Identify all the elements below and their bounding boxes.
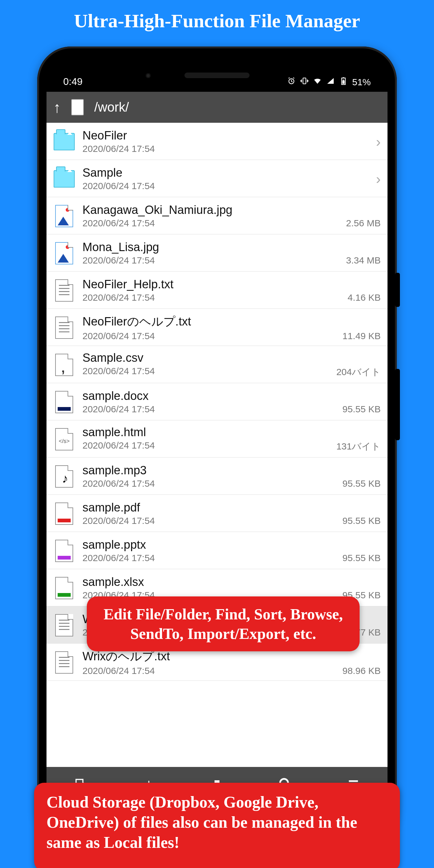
csv-file-icon: , (55, 354, 73, 376)
promo-overlay-mid: Edit File/Folder, Find, Sort, Browse, Se… (87, 596, 360, 651)
chevron-right-icon: › (376, 133, 381, 150)
file-name: sample.xlsx (83, 576, 381, 589)
file-date: 2020/06/24 17:54 (83, 292, 155, 303)
file-date: 2020/06/24 17:54 (83, 553, 155, 563)
file-date: 2020/06/24 17:54 (83, 218, 155, 228)
file-size: 204バイト (336, 366, 381, 378)
file-date: 2020/06/24 17:54 (83, 478, 155, 489)
folder-row[interactable]: Sample2020/06/24 17:54› (46, 160, 388, 197)
file-name: Kanagawa_Oki_Namiura.jpg (83, 204, 381, 217)
file-name: Sample (83, 166, 370, 180)
path-bar: ↑ /work/ (46, 92, 388, 123)
file-size: 2.56 MB (346, 218, 381, 228)
phone-screen: 0:49 51% ↑ /work/ NeoFiler2020/06/24 17:… (46, 58, 388, 829)
folder-row[interactable]: NeoFiler2020/06/24 17:54› (46, 123, 388, 160)
file-size: 98.96 KB (343, 665, 381, 676)
statusbar-clock: 0:49 (63, 76, 83, 87)
phone-side-button (395, 273, 400, 307)
file-row[interactable]: Kanagawa_Oki_Namiura.jpg2020/06/24 17:54… (46, 197, 388, 235)
folder-icon (54, 133, 75, 150)
xlsx-file-icon (55, 577, 73, 599)
file-row[interactable]: sample.docx2020/06/24 17:5495.55 KB (46, 383, 388, 421)
file-row[interactable]: sample.pptx2020/06/24 17:5495.55 KB (46, 532, 388, 569)
file-date: 2020/06/24 17:54 (83, 665, 155, 676)
file-row[interactable]: Mona_Lisa.jpg2020/06/24 17:543.34 MB (46, 235, 388, 272)
phone-side-button (395, 369, 400, 440)
audio-file-icon: ♪ (55, 465, 73, 488)
file-name: sample.pptx (83, 538, 381, 552)
file-name: sample.mp3 (83, 464, 381, 477)
vibrate-icon (300, 76, 309, 87)
file-row[interactable]: ,Sample.csv2020/06/24 17:54204バイト (46, 346, 388, 383)
file-row[interactable]: ♪sample.mp32020/06/24 17:5495.55 KB (46, 458, 388, 495)
file-date: 2020/06/24 17:54 (83, 440, 155, 453)
folder-icon (54, 170, 75, 188)
image-file-icon (55, 242, 73, 265)
image-file-icon (55, 205, 73, 227)
file-name: NeoFilerのヘルプ.txt (83, 314, 381, 330)
file-date: 2020/06/24 17:54 (83, 144, 155, 154)
file-size: 4.16 KB (347, 292, 381, 303)
file-name: sample.docx (83, 390, 381, 403)
file-list[interactable]: NeoFiler2020/06/24 17:54›Sample2020/06/2… (46, 123, 388, 767)
text-file-icon (55, 651, 73, 674)
text-file-icon (55, 279, 73, 302)
storage-icon[interactable] (71, 99, 84, 115)
file-size: 95.55 KB (343, 553, 381, 563)
path-text[interactable]: /work/ (94, 100, 129, 115)
file-row[interactable]: </s>sample.html2020/06/24 17:54131バイト (46, 421, 388, 458)
file-size: 131バイト (336, 440, 381, 453)
html-file-icon: </s> (55, 428, 73, 451)
file-name: NeoFiler_Help.txt (83, 278, 381, 291)
file-date: 2020/06/24 17:54 (83, 181, 155, 191)
wifi-icon (313, 76, 322, 87)
text-file-icon (55, 316, 73, 339)
file-name: Mona_Lisa.jpg (83, 241, 381, 254)
file-date: 2020/06/24 17:54 (83, 366, 155, 378)
phone-speaker (184, 72, 250, 78)
promo-overlay-bottom: Cloud Storage (Dropbox, Google Drive, On… (34, 783, 400, 868)
phone-camera (146, 73, 151, 78)
file-size: 11.49 KB (343, 331, 381, 341)
phone-frame: 0:49 51% ↑ /work/ NeoFiler2020/06/24 17:… (37, 46, 397, 840)
file-size: 95.55 KB (343, 404, 381, 414)
file-date: 2020/06/24 17:54 (83, 331, 155, 341)
file-name: sample.html (83, 426, 381, 439)
up-arrow-icon[interactable]: ↑ (53, 99, 61, 116)
file-row[interactable]: sample.pdf2020/06/24 17:5495.55 KB (46, 495, 388, 532)
file-name: NeoFiler (83, 129, 370, 142)
file-row[interactable]: NeoFiler_Help.txt2020/06/24 17:544.16 KB (46, 272, 388, 309)
svg-rect-4 (343, 77, 344, 78)
file-name: sample.pdf (83, 501, 381, 514)
alarm-icon (287, 76, 296, 87)
text-file-icon (55, 614, 73, 637)
docx-file-icon (55, 391, 73, 413)
file-row[interactable]: NeoFilerのヘルプ.txt2020/06/24 17:5411.49 KB (46, 309, 388, 346)
file-date: 2020/06/24 17:54 (83, 516, 155, 526)
file-size: 95.55 KB (343, 478, 381, 489)
file-date: 2020/06/24 17:54 (83, 404, 155, 414)
pdf-file-icon (55, 502, 73, 525)
chevron-right-icon: › (376, 170, 381, 187)
cell-signal-icon (326, 76, 335, 87)
file-date: 2020/06/24 17:54 (83, 255, 155, 266)
promo-headline: Ultra-High-Function File Manager (0, 0, 434, 38)
svg-rect-2 (303, 78, 306, 84)
file-size: 95.55 KB (343, 516, 381, 526)
battery-icon (339, 76, 348, 87)
file-size: 3.34 MB (346, 255, 381, 266)
file-name: Sample.csv (83, 351, 381, 365)
battery-percent: 51% (352, 77, 371, 87)
pptx-file-icon (55, 540, 73, 562)
